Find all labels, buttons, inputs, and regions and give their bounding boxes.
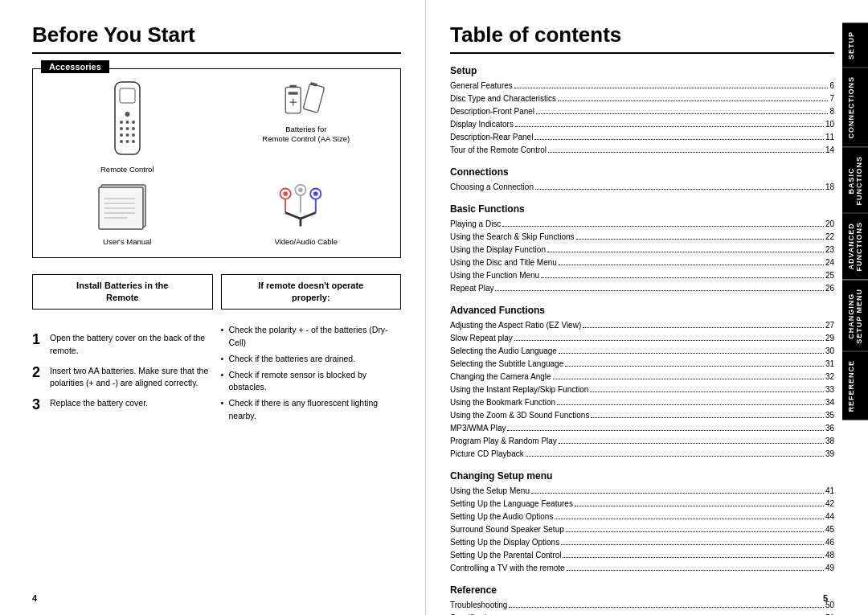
tab-basic-functions[interactable]: BASICFUNCTIONS <box>842 147 868 214</box>
toc-dots <box>559 264 824 265</box>
toc-dots <box>557 404 824 405</box>
tab-changing-setup-menu[interactable]: CHANGINGSETUP MENU <box>842 280 868 352</box>
step-3: 3 Replace the battery cover. <box>32 397 213 412</box>
toc-section-title: Setup <box>450 65 834 76</box>
toc-entry: Display Indicators10 <box>450 118 834 131</box>
toc-entry: Using the Function Menu25 <box>450 269 834 282</box>
accessories-box: Accessories <box>32 68 401 258</box>
toc-entry: Specifications51 <box>450 612 834 615</box>
right-page-title: Table of contents <box>450 23 834 54</box>
toc-entry-label: MP3/WMA Play <box>450 422 506 435</box>
toc-dots <box>509 607 824 608</box>
toc-entry: Tour of the Remote Control14 <box>450 144 834 157</box>
toc-entry: Selecting the Subtitle Language31 <box>450 358 834 371</box>
toc-page-num: 14 <box>825 144 834 157</box>
toc-entry: Selecting the Audio Language30 <box>450 345 834 358</box>
toc-entry: Using the Disc and Title Menu24 <box>450 256 834 269</box>
toc-dots <box>548 152 824 153</box>
toc-entry: Picture CD Playback39 <box>450 448 834 461</box>
step-1-text: Open the battery cover on the back of th… <box>50 332 213 356</box>
svg-point-11 <box>132 133 135 137</box>
toc-entry-label: Tour of the Remote Control <box>450 144 547 157</box>
tab-connections[interactable]: CONNECTIONS <box>842 68 868 147</box>
toc-page-num: 11 <box>825 131 834 144</box>
tab-setup[interactable]: SETUP <box>842 23 868 68</box>
toc-entry: Surround Sound Speaker Setup45 <box>450 523 834 536</box>
toc-entry: Description-Rear Panel11 <box>450 131 834 144</box>
toc-entry-label: Disc Type and Characteristics <box>450 92 556 105</box>
toc-dots <box>535 189 824 190</box>
toc-dots <box>559 443 824 444</box>
toc-section-title: Connections <box>450 166 834 178</box>
svg-point-10 <box>125 133 129 137</box>
toc-dots <box>507 430 823 431</box>
step-2-num: 2 <box>32 365 43 379</box>
toc-dots <box>565 366 824 367</box>
toc-section: ConnectionsChoosing a Connection18 <box>450 166 834 194</box>
toc-page-num: 25 <box>825 269 834 282</box>
toc-dots <box>514 340 824 341</box>
page-num-right: 5 <box>823 593 828 603</box>
toc-page-num: 41 <box>825 485 834 498</box>
step-3-text: Replace the battery cover. <box>50 397 148 409</box>
toc-dots <box>583 327 824 328</box>
toc-entry: Slow Repeat play29 <box>450 332 834 345</box>
toc-entry: Setting Up the Display Options46 <box>450 536 834 549</box>
toc-dots <box>553 379 824 379</box>
toc-entry: Repeat Play26 <box>450 282 834 295</box>
tab-reference[interactable]: REFERENCE <box>842 351 868 420</box>
toc-dots <box>495 290 823 291</box>
toc-dots <box>514 88 829 88</box>
toc-entry-label: Selecting the Audio Language <box>450 345 557 358</box>
toc-entry-label: Choosing a Connection <box>450 181 534 194</box>
if-remote-title: If remote doesn't operate properly: <box>230 280 393 305</box>
toc-dots <box>534 139 823 140</box>
toc-page-num: 38 <box>825 435 834 448</box>
toc-entry-label: Selecting the Subtitle Language <box>450 358 563 371</box>
toc-page-num: 34 <box>825 396 834 409</box>
toc-entry-label: Using the Instant Replay/Skip Function <box>450 383 588 396</box>
toc-dots <box>536 113 828 114</box>
toc-entry-label: Using the Search & Skip Functions <box>450 231 575 244</box>
toc-dots <box>558 100 828 101</box>
toc-entry: Disc Type and Characteristics7 <box>450 92 834 105</box>
cable-icon <box>274 181 338 233</box>
step-1: 1 Open the battery cover on the back of … <box>32 332 213 356</box>
toc-section-title: Advanced Functions <box>450 305 834 316</box>
bottom-section: Install Batteries in the Remote If remot… <box>32 274 401 310</box>
toc-entry: Adjusting the Aspect Ratio (EZ View)27 <box>450 319 834 332</box>
toc-dots <box>575 506 824 506</box>
toc-entry-label: Using the Setup Menu <box>450 485 530 498</box>
toc-entry-label: Specifications <box>450 612 500 615</box>
bullet-2: Check if the batteries are drained. <box>221 353 402 366</box>
toc-entry-label: Using the Display Function <box>450 244 546 256</box>
step-2-text: Insert two AA batteries. Make sure that … <box>50 365 213 389</box>
svg-rect-17 <box>288 92 297 94</box>
toc-entry: Setting Up the Parental Control48 <box>450 549 834 562</box>
toc-page-num: 42 <box>825 498 834 510</box>
toc-entry-label: Description-Front Panel <box>450 105 534 118</box>
cable-label: Video/Audio Cable <box>274 237 338 247</box>
step-2: 2 Insert two AA batteries. Make sure tha… <box>32 365 213 389</box>
toc-page-num: 22 <box>825 231 834 244</box>
toc-page-num: 10 <box>825 118 834 131</box>
right-page: Table of contents SetupGeneral Features6… <box>426 0 868 615</box>
remote-icon <box>105 80 149 161</box>
toc-entry: Troubleshooting50 <box>450 599 834 612</box>
accessory-batteries: Batteries forRemote Control (AA Size) <box>220 80 393 174</box>
toc-dots <box>515 126 824 127</box>
toc-entry: Setting Up the Language Features42 <box>450 498 834 510</box>
toc-page-num: 51 <box>825 612 834 615</box>
toc-entry-label: Repeat Play <box>450 282 493 295</box>
toc-dots <box>591 417 823 418</box>
svg-point-6 <box>120 127 123 130</box>
toc-dots <box>566 531 824 532</box>
toc-page-num: 18 <box>825 181 834 194</box>
toc-dots <box>559 353 824 354</box>
tab-advanced-functions[interactable]: ADVANCEDFUNCTIONS <box>842 213 868 280</box>
accessory-remote: Remote Control <box>41 80 214 174</box>
toc-section: Changing Setup menuUsing the Setup Menu4… <box>450 470 834 575</box>
toc-dots <box>531 493 824 494</box>
steps-section: 1 Open the battery cover on the back of … <box>32 332 213 425</box>
toc-entry: MP3/WMA Play36 <box>450 422 834 435</box>
